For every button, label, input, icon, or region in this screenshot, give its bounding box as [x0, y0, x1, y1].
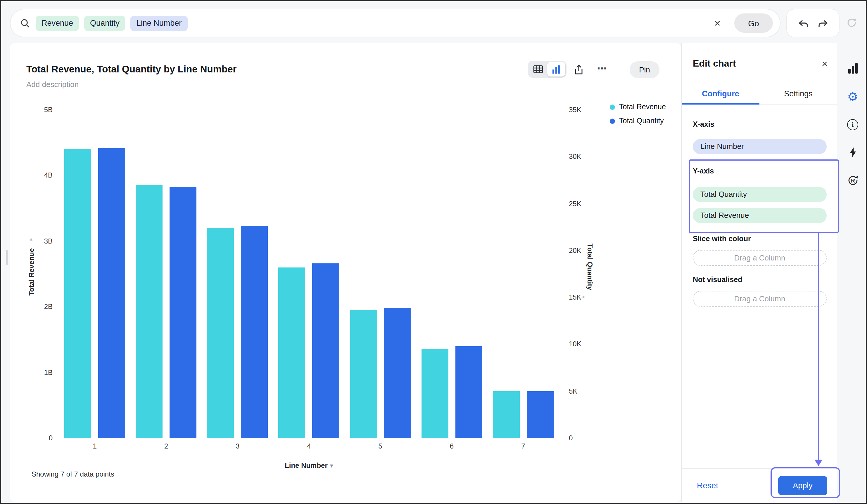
y-axis-section-label: Y-axis [693, 167, 714, 175]
svg-text:R: R [850, 177, 855, 184]
table-icon [533, 65, 543, 74]
refresh-icon[interactable] [846, 17, 858, 29]
axis-sort-icon: ▴ [30, 236, 32, 242]
legend-dot [610, 104, 615, 110]
bar-total-revenue[interactable] [350, 310, 377, 438]
axis-sort-icon: ◂ [582, 294, 584, 299]
bar-group [59, 110, 130, 438]
bar-total-revenue[interactable] [493, 391, 520, 438]
panel-footer: Reset Apply [682, 468, 837, 502]
r-circle-icon[interactable]: R [846, 174, 860, 187]
bar-total-quantity[interactable] [527, 391, 554, 438]
y-tick-label: 35K [569, 106, 581, 114]
bar-total-quantity[interactable] [241, 226, 268, 438]
table-view-button[interactable] [529, 62, 547, 77]
pin-button[interactable]: Pin [630, 61, 660, 78]
legend-dot [610, 118, 615, 123]
y-axis-right-label[interactable]: Total Quantity [586, 243, 594, 290]
slice-drop-zone[interactable]: Drag a Column [693, 250, 827, 266]
tab-configure[interactable]: Configure [682, 87, 759, 105]
bar-total-quantity[interactable] [456, 346, 482, 438]
x-axis-title[interactable]: Line Number▾ [59, 461, 559, 470]
y-tick-label: 5B [10, 106, 53, 114]
lightning-icon[interactable] [846, 145, 860, 160]
bar-group [345, 110, 416, 438]
redo-icon[interactable] [817, 17, 829, 29]
x-axis-title-label: Line Number [285, 461, 328, 470]
bar-total-quantity[interactable] [384, 308, 411, 438]
info-icon[interactable]: i [846, 117, 860, 131]
x-tick-label: 3 [202, 442, 273, 450]
bar-total-quantity[interactable] [312, 263, 339, 438]
bar-total-quantity[interactable] [170, 187, 196, 438]
chart-title: Total Revenue, Total Quantity by Line Nu… [26, 64, 236, 75]
search-token-line-number[interactable]: Line Number [131, 15, 188, 31]
y-tick-label: 5K [569, 387, 577, 395]
charts-rail-icon[interactable] [846, 61, 860, 75]
slice-section-label: Slice with colour [693, 235, 751, 243]
bar-group [130, 110, 202, 438]
legend-item[interactable]: Total Revenue [610, 102, 666, 112]
x-tick-label: 4 [273, 442, 345, 450]
search-icon [20, 18, 30, 28]
apply-button[interactable]: Apply [778, 476, 827, 495]
y-tick-label: 4B [10, 171, 53, 179]
panel-title: Edit chart [693, 58, 736, 69]
plot-area [59, 110, 559, 438]
reset-button[interactable]: Reset [697, 469, 718, 502]
settings-gear-icon[interactable]: ⚙ [846, 89, 860, 103]
y-tick-label: 0 [569, 434, 572, 442]
search-bar[interactable]: Revenue Quantity Line Number ✕ Go [10, 9, 781, 37]
right-icon-rail: ⚙ i R [837, 43, 867, 503]
bar-total-revenue[interactable] [207, 228, 234, 438]
data-points-note: Showing 7 of 7 data points [32, 470, 114, 478]
edit-chart-panel: Edit chart ✕ Configure Settings X-axis L… [681, 43, 837, 502]
annotation-arrow [818, 233, 819, 461]
search-token-revenue[interactable]: Revenue [36, 15, 79, 31]
y-tick-label: 2B [10, 303, 53, 311]
y-axis-pill-quantity[interactable]: Total Quantity [693, 187, 827, 202]
y-tick-label: 1B [10, 369, 53, 377]
undo-icon[interactable] [797, 17, 809, 29]
y-axis-left-label[interactable]: Total Revenue [28, 248, 36, 296]
chart-card: Total Revenue, Total Quantity by Line Nu… [10, 43, 681, 502]
not-visualised-section-label: Not visualised [693, 276, 742, 284]
x-tick-label: 2 [130, 442, 202, 450]
panel-tabs: Configure Settings [682, 87, 837, 105]
legend-label: Total Quantity [619, 117, 664, 125]
y-tick-label: 25K [569, 200, 581, 208]
clear-search-icon[interactable]: ✕ [710, 19, 724, 28]
legend-label: Total Revenue [619, 103, 666, 111]
bar-group [273, 110, 345, 438]
x-tick-label: 7 [488, 442, 559, 450]
go-button[interactable]: Go [734, 13, 773, 33]
annotation-arrow-head [814, 460, 823, 466]
x-axis-pill[interactable]: Line Number [693, 139, 827, 154]
y-axis-pill-revenue[interactable]: Total Revenue [693, 208, 827, 223]
bar-total-revenue[interactable] [279, 267, 306, 438]
view-toggle [528, 61, 567, 78]
y-tick-label: 15K [569, 293, 581, 302]
undo-redo-group [786, 9, 839, 37]
legend-item[interactable]: Total Quantity [610, 116, 666, 126]
y-tick-label: 20K [569, 246, 581, 255]
panel-drag-handle[interactable] [6, 250, 8, 265]
bar-group [202, 110, 273, 438]
close-panel-icon[interactable]: ✕ [821, 59, 828, 68]
tab-settings[interactable]: Settings [759, 87, 837, 104]
bar-total-revenue[interactable] [421, 349, 448, 438]
chart-legend: Total RevenueTotal Quantity [610, 102, 666, 126]
y-tick-label: 10K [569, 340, 581, 348]
app-root: Revenue Quantity Line Number ✕ Go Total … [0, 0, 867, 504]
chart-view-button[interactable] [547, 62, 565, 77]
x-tick-label: 1 [59, 442, 130, 450]
search-token-quantity[interactable]: Quantity [84, 15, 125, 31]
bar-total-revenue[interactable] [136, 185, 162, 438]
not-visualised-drop-zone[interactable]: Drag a Column [693, 291, 827, 307]
y-tick-label: 0 [10, 434, 53, 442]
bar-group [488, 110, 559, 438]
bar-total-quantity[interactable] [98, 148, 125, 438]
x-tick-label: 5 [345, 442, 416, 450]
x-axis-section-label: X-axis [693, 120, 714, 129]
bar-total-revenue[interactable] [64, 149, 91, 438]
